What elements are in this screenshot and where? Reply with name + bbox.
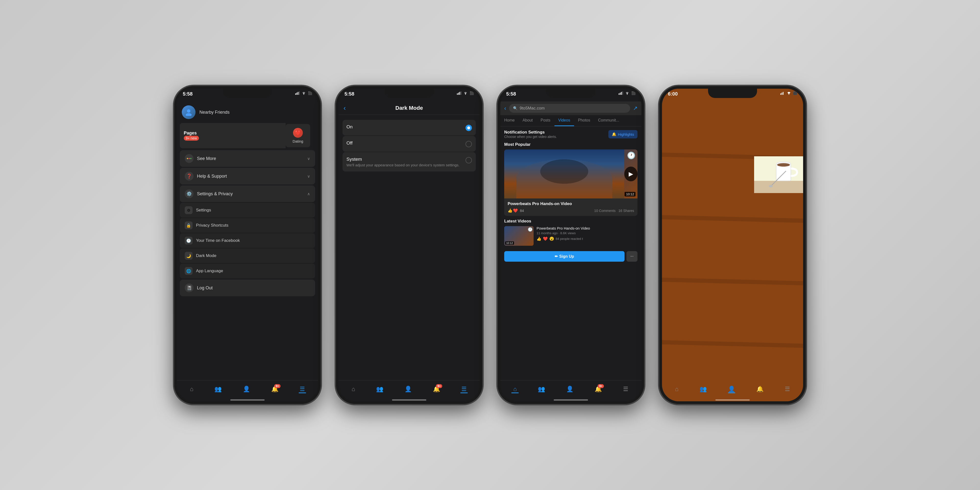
more-button[interactable]: ···: [627, 251, 638, 262]
tab-about-3[interactable]: About: [519, 115, 537, 126]
home-icon-4: ⌂: [675, 386, 679, 393]
nav-menu-4[interactable]: ☰: [785, 386, 790, 393]
dark-option-on[interactable]: On: [342, 120, 476, 135]
status-icons-2: ⬛: [457, 91, 474, 95]
reaction-count: 84: [520, 208, 524, 213]
active-indicator-4: [728, 393, 735, 393]
highlights-button[interactable]: 🔔 Highlights: [608, 130, 638, 138]
nav-bell-1[interactable]: 🔔 9+: [271, 386, 278, 393]
bell-badge-2: 9+: [436, 384, 442, 388]
svg-rect-15: [619, 93, 619, 95]
nav-profile-4[interactable]: 👤: [728, 386, 735, 393]
on-radio[interactable]: [466, 125, 472, 131]
dating-card[interactable]: ❤️ Dating: [286, 124, 310, 147]
nav-friends-2[interactable]: 👥: [376, 386, 383, 393]
phone-2: 5:58 ⬛ ‹ Dark Mode On: [336, 86, 483, 404]
tab-posts-3[interactable]: Posts: [537, 115, 554, 126]
svg-rect-1: [296, 92, 297, 95]
latest-meta: 11 months ago · 8.6K views: [536, 231, 590, 235]
menu-icon-1: ☰: [300, 386, 305, 393]
status-icons-4: ⬛: [780, 91, 797, 95]
nav-profile-2[interactable]: 👤: [404, 386, 412, 393]
nav-bell-3[interactable]: 🔔 9+: [595, 386, 602, 393]
nav-home-1[interactable]: ⌂: [190, 386, 194, 393]
bell-badge-1: 9+: [274, 384, 280, 388]
dark-option-system[interactable]: System We'll adjust your appearance base…: [342, 152, 476, 172]
nav-menu-1[interactable]: ☰: [300, 386, 305, 393]
system-radio[interactable]: [466, 157, 472, 164]
help-icon: ❓: [185, 172, 194, 181]
signal-icon-3: [619, 91, 623, 95]
nav-friends-3[interactable]: 👥: [538, 386, 545, 393]
log-out-item[interactable]: 📓 Log Out: [180, 280, 315, 296]
nav-friends-4[interactable]: 👥: [700, 386, 707, 393]
settings-privacy-item[interactable]: ⚙️ Settings & Privacy ∧: [180, 186, 315, 202]
photo-bottom[interactable]: [754, 156, 803, 193]
home-icon-2: ⌂: [352, 386, 355, 393]
profile-icon-4: 👤: [728, 386, 735, 393]
on-radio-dot: [467, 126, 470, 129]
time-icon: 🕐: [185, 237, 192, 245]
latest-video-item[interactable]: 🕐 10:12 Powerbeats Pro Hands-on Video 11…: [504, 226, 638, 246]
settings-item[interactable]: ⚙ Settings: [180, 203, 315, 218]
friends-icon-1: 👥: [215, 386, 222, 393]
nav-home-3[interactable]: ⌂: [513, 386, 517, 393]
highlights-label: Highlights: [618, 132, 634, 137]
search-input-3[interactable]: 🔍 9to5Mac.com: [509, 104, 630, 113]
sign-up-button[interactable]: ✏ Sign Up: [504, 251, 625, 262]
dark-mode-header: ‹ Dark Mode: [339, 102, 480, 115]
share-icon-3[interactable]: ↗: [633, 105, 638, 111]
svg-rect-39: [662, 89, 803, 401]
tab-videos-3[interactable]: Videos: [554, 115, 574, 126]
notif-title: Notification Settings: [504, 130, 557, 135]
app-language-item[interactable]: 🌐 App Language: [180, 264, 315, 278]
nav-home-4[interactable]: ⌂: [675, 386, 679, 393]
active-indicator-1: [299, 393, 306, 393]
nav-friends-1[interactable]: 👥: [215, 386, 222, 393]
play-button[interactable]: ▶: [624, 167, 638, 181]
like-icon: 👍: [508, 208, 512, 213]
nav-menu-3[interactable]: ☰: [623, 386, 628, 393]
app-language-label: App Language: [196, 269, 223, 274]
svg-rect-2: [298, 92, 298, 95]
dark-mode-item[interactable]: 🌙 Dark Mode: [180, 248, 315, 263]
dating-label: Dating: [293, 139, 303, 143]
svg-point-8: [189, 158, 190, 159]
pages-card[interactable]: Pages 9+ new: [180, 123, 286, 148]
highlights-bell-icon: 🔔: [612, 132, 616, 137]
profile-icon-2: 👤: [404, 386, 412, 393]
status-time-1: 5:58: [183, 91, 192, 97]
your-time-item[interactable]: 🕐 Your Time on Facebook: [180, 233, 315, 248]
nav-bell-2[interactable]: 🔔 9+: [433, 386, 440, 393]
notif-desc: Choose when you get video alerts.: [504, 135, 557, 139]
tab-photos-3[interactable]: Photos: [574, 115, 594, 126]
nav-menu-2[interactable]: ☰: [461, 386, 467, 393]
latest-videos-title: Latest Videos: [504, 219, 638, 224]
help-support-label: Help & Support: [197, 174, 227, 179]
nav-profile-1[interactable]: 👤: [243, 386, 250, 393]
status-time-2: 5:58: [344, 91, 354, 97]
pages-badge: 9+ new: [184, 136, 199, 141]
dating-heart-icon: ❤️: [293, 128, 303, 138]
back-button-2[interactable]: ‹: [344, 104, 346, 112]
friends-icon-2: 👥: [376, 386, 383, 393]
back-icon-3[interactable]: ‹: [504, 105, 506, 112]
signal-icon: [295, 91, 300, 95]
nearby-friends-section[interactable]: Nearby Friends: [177, 102, 318, 123]
see-more-item[interactable]: See More ∨: [180, 150, 315, 167]
svg-point-7: [187, 158, 188, 159]
off-radio[interactable]: [466, 141, 472, 147]
your-time-label: Your Time on Facebook: [196, 238, 240, 243]
tab-community-3[interactable]: Communit...: [594, 115, 623, 126]
friends-icon-3: 👥: [538, 386, 545, 393]
nav-home-2[interactable]: ⌂: [352, 386, 355, 393]
nav-profile-3[interactable]: 👤: [566, 386, 574, 393]
notch-2: [385, 89, 434, 98]
dark-option-off[interactable]: Off: [342, 136, 476, 152]
photo-top[interactable]: [754, 119, 803, 156]
nav-bell-4[interactable]: 🔔: [756, 386, 764, 393]
privacy-shortcuts-item[interactable]: 🔒 Privacy Shortcuts: [180, 218, 315, 233]
help-support-item[interactable]: ❓ Help & Support ∨: [180, 168, 315, 185]
main-video-card[interactable]: ▶ 🕐 10:12 Powerbeats Pro Hands-on Video …: [504, 150, 638, 216]
tab-home-3[interactable]: Home: [500, 115, 519, 126]
